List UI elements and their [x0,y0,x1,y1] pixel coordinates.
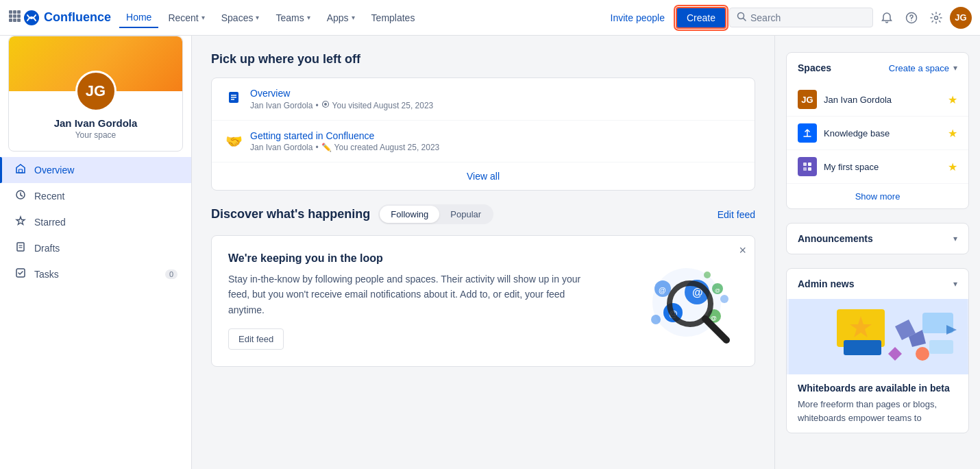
sidebar-item-label-tasks: Tasks [34,269,59,280]
nav-teams[interactable]: Teams▾ [269,8,317,27]
create-button[interactable]: Create [676,7,726,29]
profile-card: JG Jan Ivan Gordola Your space [8,36,183,152]
page-layout: JG Jan Ivan Gordola Your space Overview [0,36,980,469]
show-more-section: Show more [787,184,968,208]
star-icon-jg[interactable]: ★ [948,93,957,106]
profile-avatar[interactable]: JG [75,71,117,112]
discover-card-heading: We're keeping you in the loop [228,252,601,265]
search-placeholder: Search [750,12,781,23]
view-all-link[interactable]: View all [467,171,500,182]
edit-feed-button[interactable]: Edit feed [228,328,284,350]
profile-avatar-wrap: JG [75,71,117,112]
recent-item[interactable]: Overview Jan Ivan Gordola • You visited … [212,78,755,121]
svg-point-13 [911,20,912,21]
nav-recent[interactable]: Recent▾ [161,8,211,27]
wave-icon: 🤝 [225,133,242,149]
spaces-section: Spaces Create a space ▾ JG Jan Ivan Gord… [786,52,969,209]
svg-rect-1 [13,10,16,14]
svg-text:@: @ [659,286,666,294]
apps-grid-icon[interactable] [8,10,21,25]
discover-card-body: Stay in-the-know by following people and… [228,272,601,317]
announcement-image [787,299,968,374]
space-name-mf: My first space [824,162,948,172]
announcement-title: Whiteboards are available in beta [798,383,957,394]
sidebar-item-label-recent: Recent [34,191,64,202]
recent-item-title[interactable]: Getting started in Confluence [250,130,741,141]
recent-item-info: Getting started in Confluence Jan Ivan G… [250,130,741,152]
spaces-title: Spaces [798,62,831,73]
sidebar-item-tasks[interactable]: Tasks 0 [0,261,191,287]
space-icon-jg: JG [798,90,817,109]
create-space-button[interactable]: Create a space [889,63,949,73]
svg-point-42 [720,295,728,303]
svg-text:@: @ [715,287,720,293]
svg-rect-55 [929,340,953,354]
nav-spaces[interactable]: Spaces▾ [215,8,267,27]
edit-feed-link[interactable]: Edit feed [718,209,755,220]
svg-rect-3 [9,14,12,18]
nav-home[interactable]: Home [119,8,158,28]
help-button[interactable] [901,7,922,29]
show-more-link[interactable]: Show more [855,191,901,202]
admin-news-title: Admin news [798,278,854,289]
logo[interactable]: Confluence [23,10,111,26]
svg-point-40 [651,315,661,324]
announcements-header[interactable]: Announcements ▾ [787,224,968,254]
user-avatar[interactable]: JG [950,7,972,29]
sidebar-item-overview[interactable]: Overview [0,157,191,183]
svg-rect-45 [803,167,807,171]
invite-people-button[interactable]: Invite people [602,8,673,27]
recent-item-title[interactable]: Overview [250,88,741,99]
close-button[interactable]: × [739,244,746,256]
right-sidebar: Spaces Create a space ▾ JG Jan Ivan Gord… [774,36,980,469]
tab-following[interactable]: Following [380,206,439,223]
recent-item[interactable]: 🤝 Getting started in Confluence Jan Ivan… [212,121,755,162]
star-icon-mf[interactable]: ★ [948,160,957,173]
discover-title: Discover what's happening [211,207,370,221]
tasks-icon [14,267,27,281]
starred-icon [14,215,27,229]
page-icon [225,91,242,108]
space-icon-kb [798,123,817,143]
recent-item-meta: Jan Ivan Gordola • You visited August 25… [250,100,741,110]
tab-popular[interactable]: Popular [439,206,492,223]
sidebar-item-starred[interactable]: Starred [0,209,191,235]
svg-rect-43 [803,163,807,166]
admin-news-header[interactable]: Admin news ▾ [787,269,968,299]
nav-templates[interactable]: Templates [365,8,422,27]
space-name-jg: Jan Ivan Gordola [824,95,948,105]
sidebar-item-recent[interactable]: Recent [0,183,191,209]
recent-icon [14,189,27,203]
svg-rect-17 [17,243,24,251]
teams-chevron-icon: ▾ [307,14,310,21]
overview-icon [14,163,27,177]
announcements-section: Announcements ▾ [786,223,969,254]
sidebar-item-label-overview: Overview [34,165,74,176]
discover-card-text: We're keeping you in the loop Stay in-th… [228,252,601,350]
space-item-jg[interactable]: JG Jan Ivan Gordola ★ [787,83,968,117]
pick-up-title: Pick up where you left off [211,52,755,67]
recent-item-info: Overview Jan Ivan Gordola • You visited … [250,88,741,110]
sidebar-item-drafts[interactable]: Drafts [0,235,191,261]
announcements-title: Announcements [798,233,873,244]
nav-apps[interactable]: Apps▾ [320,8,362,27]
svg-point-41 [704,272,711,278]
space-item-kb[interactable]: Knowledge base ★ [787,117,968,150]
recents-list: Overview Jan Ivan Gordola • You visited … [212,78,755,162]
svg-point-14 [935,16,938,19]
star-icon-kb[interactable]: ★ [948,127,957,140]
sidebar-item-label-starred: Starred [34,217,66,228]
tab-group: Following Popular [378,204,493,224]
spaces-header[interactable]: Spaces Create a space ▾ [787,53,968,83]
profile-name: Jan Ivan Gordola [54,117,138,129]
spaces-chevron-icon: ▾ [256,14,259,21]
announcement-text: More freeform than pages or blogs, white… [798,398,957,424]
profile-space: Your space [75,130,117,140]
svg-rect-4 [13,14,16,18]
search-bar[interactable]: Search [729,8,873,27]
settings-button[interactable] [925,7,947,29]
discover-header: Discover what's happening Following Popu… [211,204,755,224]
space-item-mf[interactable]: My first space ★ [787,150,968,184]
svg-line-11 [744,19,746,21]
notifications-button[interactable] [876,7,898,29]
